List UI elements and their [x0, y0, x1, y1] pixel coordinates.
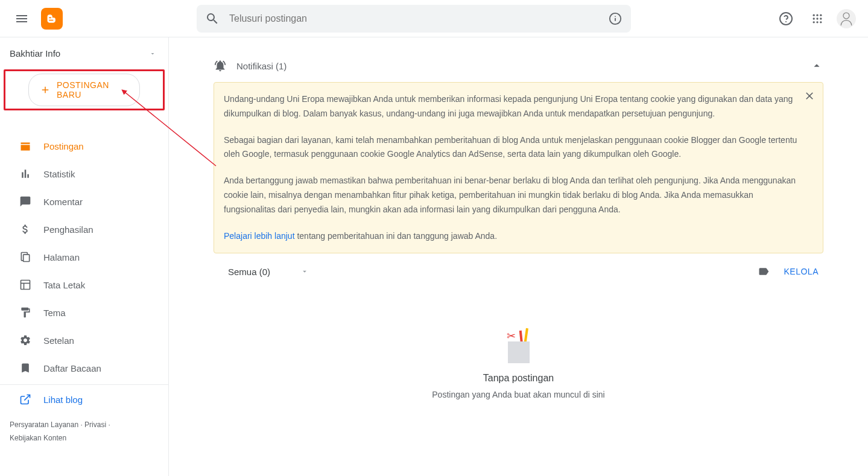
empty-illustration: ✂ — [504, 329, 533, 363]
nav-postingan[interactable]: Postingan — [0, 132, 168, 160]
plus-icon — [40, 84, 51, 96]
empty-subtitle: Postingan yang Anda buat akan muncul di … — [432, 390, 604, 399]
privacy-link[interactable]: Privasi — [84, 420, 106, 429]
warning-p2: Sebagai bagian dari layanan, kami telah … — [224, 133, 799, 162]
dropdown-icon — [149, 50, 156, 57]
svg-point-2 — [615, 16, 616, 17]
nav-daftar-bacaan[interactable]: Daftar Bacaan — [0, 354, 168, 382]
svg-rect-17 — [21, 281, 30, 290]
new-post-button[interactable]: POSTINGAN BARU — [28, 74, 140, 106]
external-link-icon — [19, 393, 31, 405]
cookie-warning: Undang-undang Uni Eropa mewajibkan Anda … — [214, 82, 823, 253]
nav-statistik[interactable]: Statistik — [0, 160, 168, 188]
filter-label: Semua (0) — [228, 267, 270, 277]
nav-label: Setelan — [43, 335, 74, 346]
content-policy-link[interactable]: Kebijakan Konten — [10, 434, 66, 442]
svg-line-20 — [24, 395, 30, 401]
nav-label: Halaman — [43, 252, 80, 262]
nav-tema[interactable]: Tema — [0, 299, 168, 326]
nav-label: Komentar — [43, 197, 83, 207]
avatar-icon — [837, 10, 855, 28]
svg-point-14 — [843, 13, 849, 19]
main-content: Notifikasi (1) Undang-undang Uni Eropa m… — [169, 37, 868, 476]
help-icon — [779, 11, 793, 26]
nav-penghasilan[interactable]: Penghasilan — [0, 215, 168, 243]
comments-icon — [19, 195, 31, 208]
footer-links: Persyaratan Layanan · Privasi · Kebijaka… — [0, 411, 168, 452]
label-icon[interactable] — [758, 265, 770, 278]
nav-label: Postingan — [43, 141, 84, 151]
gear-icon — [19, 334, 31, 346]
hamburger-icon — [14, 11, 29, 26]
tos-link[interactable]: Persyaratan Layanan — [10, 420, 78, 429]
bookmark-icon — [19, 362, 31, 374]
empty-state: ✂ Tanpa postingan Postingan yang Anda bu… — [214, 329, 823, 399]
help-button[interactable] — [774, 7, 798, 31]
blogger-logo-icon — [46, 13, 58, 25]
chevron-up-icon[interactable] — [810, 59, 823, 72]
svg-point-11 — [813, 21, 815, 23]
nav-label: Daftar Bacaan — [43, 363, 101, 373]
search-icon — [205, 11, 220, 26]
menu-button[interactable] — [7, 4, 36, 33]
warning-p1: Undang-undang Uni Eropa mewajibkan Anda … — [224, 92, 799, 121]
notification-title: Notifikasi (1) — [236, 61, 287, 71]
warning-link-after: tentang pemberitahuan ini dan tanggung j… — [295, 231, 498, 241]
warning-p3: Anda bertanggung jawab memastikan bahwa … — [224, 174, 799, 217]
annotation-highlight: POSTINGAN BARU — [4, 69, 165, 110]
avatar[interactable] — [837, 9, 856, 28]
layout-icon — [19, 279, 31, 291]
nav-list: Postingan Statistik Komentar Penghasilan… — [0, 132, 168, 411]
search-bar[interactable] — [197, 5, 631, 33]
nav-divider — [0, 384, 168, 385]
nav-label: Lihat blog — [43, 395, 83, 405]
blog-name: Bakhtiar Info — [10, 48, 60, 59]
close-warning-button[interactable] — [803, 90, 816, 107]
svg-point-4 — [785, 21, 787, 22]
svg-point-12 — [816, 21, 818, 23]
new-post-label: POSTINGAN BARU — [57, 80, 128, 100]
nav-lihat-blog[interactable]: Lihat blog — [0, 387, 168, 411]
blog-selector[interactable]: Bakhtiar Info — [0, 40, 168, 67]
posts-icon — [19, 140, 31, 152]
nav-tata-letak[interactable]: Tata Letak — [0, 271, 168, 299]
header — [0, 0, 868, 37]
nav-label: Penghasilan — [43, 224, 93, 235]
apps-button[interactable] — [805, 7, 829, 31]
svg-point-10 — [820, 17, 822, 19]
dropdown-icon — [300, 267, 309, 276]
search-input[interactable] — [229, 13, 608, 24]
empty-title: Tanpa postingan — [483, 373, 554, 384]
svg-point-8 — [813, 17, 815, 19]
stats-icon — [19, 168, 31, 180]
warning-p4: Pelajari lebih lanjut tentang pemberitah… — [224, 229, 799, 244]
svg-point-13 — [820, 21, 822, 23]
header-right — [774, 7, 861, 31]
sidebar: Bakhtiar Info POSTINGAN BARU Postingan S… — [0, 37, 169, 476]
nav-label: Statistik — [43, 169, 75, 179]
nav-halaman[interactable]: Halaman — [0, 243, 168, 271]
info-icon — [609, 12, 622, 25]
notification-bar[interactable]: Notifikasi (1) — [214, 54, 823, 82]
svg-point-5 — [813, 14, 815, 16]
kelola-link[interactable]: KELOLA — [784, 267, 819, 276]
nav-label: Tata Letak — [43, 280, 85, 290]
earnings-icon — [19, 223, 31, 235]
search-info-button[interactable] — [608, 11, 622, 26]
nav-komentar[interactable]: Komentar — [0, 188, 168, 215]
close-icon — [803, 90, 816, 102]
svg-rect-16 — [24, 255, 30, 262]
filter-bar: Semua (0) KELOLA — [214, 253, 823, 287]
pages-icon — [19, 251, 31, 263]
nav-setelan[interactable]: Setelan — [0, 326, 168, 354]
apps-grid-icon — [811, 13, 823, 25]
blogger-logo[interactable] — [41, 8, 63, 30]
theme-icon — [19, 306, 31, 319]
svg-point-6 — [816, 14, 818, 16]
filter-dropdown[interactable]: Semua (0) — [228, 267, 309, 277]
svg-point-9 — [816, 17, 818, 19]
nav-label: Tema — [43, 308, 66, 318]
bell-icon — [214, 59, 227, 72]
svg-point-7 — [820, 14, 822, 16]
learn-more-link[interactable]: Pelajari lebih lanjut — [224, 231, 295, 241]
